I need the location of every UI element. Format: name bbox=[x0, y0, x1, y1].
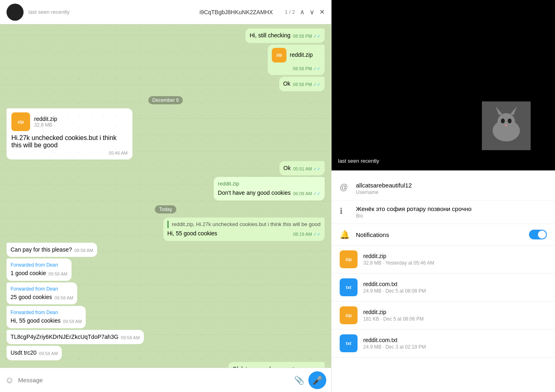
emoji-button[interactable]: ☺ bbox=[5, 375, 14, 386]
attach-button[interactable]: 📎 bbox=[294, 375, 304, 385]
message-bubble: Can pay for this please? 09:58 AM bbox=[7, 243, 97, 257]
file-header: zip reddit.zip 32.8 MB · bbox=[11, 112, 128, 131]
notifications-row: 🔔 Notifications bbox=[332, 224, 555, 246]
file-info: reddit.com.txt 24.9 MB · Dec 5 at 08:08 … bbox=[363, 281, 426, 294]
table-row: Ok 08:58 PM ✓✓ bbox=[7, 77, 325, 91]
file-size: 32.8 MB · bbox=[34, 122, 57, 128]
message-bubble: Ok let me send payment 04:26 PM ✓ bbox=[228, 362, 325, 368]
bio-value: Женёк это софия ротару позвони срочно bbox=[356, 205, 472, 212]
search-down-button[interactable]: ∨ bbox=[310, 8, 314, 16]
mic-button[interactable]: 🎤 bbox=[308, 371, 326, 389]
file-info: reddit.com.txt 24.9 MB · Dec 3 at 02:19 … bbox=[363, 337, 426, 350]
file-name: reddit.zip bbox=[290, 51, 313, 59]
svg-point-5 bbox=[501, 118, 505, 123]
table-row: Ok 05:51 AM ✓✓ bbox=[7, 161, 325, 176]
message-time: 08:58 PM ✓✓ bbox=[293, 33, 321, 39]
search-up-button[interactable]: ∧ bbox=[300, 8, 305, 16]
shared-file-meta: 32.8 MB · Yesterday at 05:46 AM bbox=[363, 260, 434, 266]
profile-info: @ allcatsarebeautiful12 Username ℹ Женёк… bbox=[332, 170, 555, 392]
profile-bio-row: ℹ Женёк это софия ротару позвони срочно … bbox=[332, 200, 555, 224]
file-info: reddit.zip 181 KB · Dec 5 at 08:06 PM bbox=[363, 309, 424, 322]
profile-row-content: allcatsarebeautiful12 Username bbox=[356, 182, 412, 195]
info-icon: ℹ bbox=[340, 206, 349, 216]
table-row: zip reddit.zip 08:58 PM ✓✓ bbox=[7, 45, 325, 75]
message-time: 05:46 AM bbox=[109, 151, 128, 155]
message-time: 08:19 AM ✓✓ bbox=[293, 231, 321, 237]
bell-icon: 🔔 bbox=[340, 230, 349, 239]
shared-file-name: reddit.com.txt bbox=[363, 281, 426, 287]
message-time: 04:26 PM ✓ bbox=[297, 367, 321, 368]
at-icon: @ bbox=[340, 183, 349, 192]
cat-image bbox=[482, 101, 531, 150]
file-type-icon: zip bbox=[340, 306, 358, 324]
message-bubble: reddit.zip, Hi.27k unchecked cookies.but… bbox=[163, 218, 325, 241]
table-row: reddit.zip, Hi.27k unchecked cookies.but… bbox=[7, 218, 325, 241]
table-row: zip reddit.zip 32.8 MB · Hi.27k unchecke… bbox=[7, 108, 325, 159]
table-row: Forwarded from Dean 1 good cookie 09:58 … bbox=[7, 258, 325, 280]
forwarded-bubble: Forwarded from Dean Hi, 55 good cookies … bbox=[7, 306, 86, 328]
shared-file-meta: 24.9 MB · Dec 3 at 02:19 PM bbox=[363, 344, 426, 350]
notifications-label: Notifications bbox=[356, 231, 529, 238]
list-item: txt reddit.com.txt 24.9 MB · Dec 5 at 08… bbox=[332, 274, 555, 302]
table-row: Forwarded from Dean 25 good cookies 09:5… bbox=[7, 282, 325, 304]
file-message-bubble: zip reddit.zip 32.8 MB · Hi.27k unchecke… bbox=[7, 108, 132, 159]
avatar bbox=[7, 4, 24, 21]
message-input-bar: ☺ 📎 🎤 bbox=[0, 368, 331, 392]
right-panel: last seen recently @ allcatsarebeautiful… bbox=[331, 0, 555, 392]
chat-panel: last seen recently 📞 🔍 ⋮ i9CqTBgbJ8HKuNK… bbox=[0, 0, 331, 392]
profile-username-row: @ allcatsarebeautiful12 Username bbox=[332, 177, 555, 200]
message-text: Hi.27k unchecked cookies.but i think thi… bbox=[11, 134, 128, 149]
message-time: 08:58 PM ✓✓ bbox=[293, 66, 321, 72]
table-row: Ok let me send payment 04:26 PM ✓ bbox=[7, 362, 325, 368]
shared-files-list: zip reddit.zip 32.8 MB · Yesterday at 05… bbox=[332, 246, 555, 358]
forwarded-label: Forwarded from Dean bbox=[11, 262, 67, 269]
date-label: Today bbox=[155, 205, 176, 213]
message-input[interactable] bbox=[18, 377, 290, 383]
table-row: Can pay for this please? 09:58 AM bbox=[7, 243, 325, 257]
profile-media: last seen recently bbox=[332, 0, 555, 170]
quote-block: reddit.zip, Hi.27k unchecked cookies.but… bbox=[167, 221, 321, 228]
message-time: 09:58 AM bbox=[63, 319, 82, 325]
message-bubble: Usdt trc20 09:58 AM bbox=[7, 346, 62, 360]
chat-header: last seen recently 📞 🔍 ⋮ i9CqTBgbJ8HKuNK… bbox=[0, 0, 331, 24]
notifications-toggle[interactable] bbox=[529, 230, 547, 239]
date-divider: December 6 bbox=[7, 96, 325, 103]
table-row: Forwarded from Dean Hi, 55 good cookies … bbox=[7, 306, 325, 328]
profile-last-seen: last seen recently bbox=[338, 158, 379, 164]
file-icon: zip bbox=[272, 48, 286, 62]
message-time: 09:58 AM bbox=[54, 295, 73, 301]
message-time: 09:58 AM bbox=[39, 351, 58, 357]
date-divider: Today bbox=[7, 205, 325, 213]
file-type-icon: txt bbox=[340, 278, 358, 296]
shared-file-name: reddit.zip bbox=[363, 253, 434, 259]
table-row: Usdt trc20 09:58 AM bbox=[7, 346, 325, 360]
file-info: reddit.zip 32.8 MB · Yesterday at 05:46 … bbox=[363, 253, 434, 266]
table-row: reddit.zip Don't have any good cookies 0… bbox=[7, 177, 325, 200]
message-time: 09:58 AM bbox=[121, 335, 139, 341]
message-bubble: Ok 08:58 PM ✓✓ bbox=[279, 77, 325, 91]
file-icon: zip bbox=[11, 112, 30, 131]
file-ref: reddit.zip bbox=[218, 180, 321, 187]
message-bubble: TL8cgP4yZriy6KDrNJErZkcUqTdoP7ah3G 09:58… bbox=[7, 330, 144, 345]
list-item: zip reddit.zip 32.8 MB · Yesterday at 05… bbox=[332, 246, 555, 274]
svg-point-2 bbox=[497, 113, 515, 131]
shared-file-meta: 181 KB · Dec 5 at 08:06 PM bbox=[363, 316, 424, 322]
message-bubble: Hi, still checking 08:58 PM ✓✓ bbox=[245, 28, 325, 43]
message-time: 09:58 AM bbox=[48, 271, 67, 277]
shared-file-name: reddit.zip bbox=[363, 309, 424, 315]
table-row: TL8cgP4yZriy6KDrNJErZkcUqTdoP7ah3G 09:58… bbox=[7, 330, 325, 345]
search-close-button[interactable]: ✕ bbox=[319, 8, 325, 16]
chat-messages-area: Hi, still checking 08:58 PM ✓✓ zip reddi… bbox=[0, 24, 331, 368]
file-bubble: zip reddit.zip 08:58 PM ✓✓ bbox=[268, 45, 325, 75]
username-value: allcatsarebeautiful12 bbox=[356, 182, 412, 189]
profile-row-content: Женёк это софия ротару позвони срочно Bi… bbox=[356, 205, 472, 219]
svg-point-6 bbox=[508, 118, 512, 123]
list-item: txt reddit.com.txt 24.9 MB · Dec 3 at 02… bbox=[332, 330, 555, 358]
message-time: 06:09 AM ✓✓ bbox=[293, 191, 321, 197]
file-name: reddit.zip bbox=[34, 116, 57, 122]
username-label: Username bbox=[356, 190, 412, 195]
file-type-icon: txt bbox=[340, 334, 358, 352]
table-row: Hi, still checking 08:58 PM ✓✓ bbox=[7, 28, 325, 43]
search-query: i9CqTBgbJ8HKuNK2ZAMHX bbox=[199, 9, 280, 15]
message-bubble: reddit.zip Don't have any good cookies 0… bbox=[214, 177, 325, 200]
